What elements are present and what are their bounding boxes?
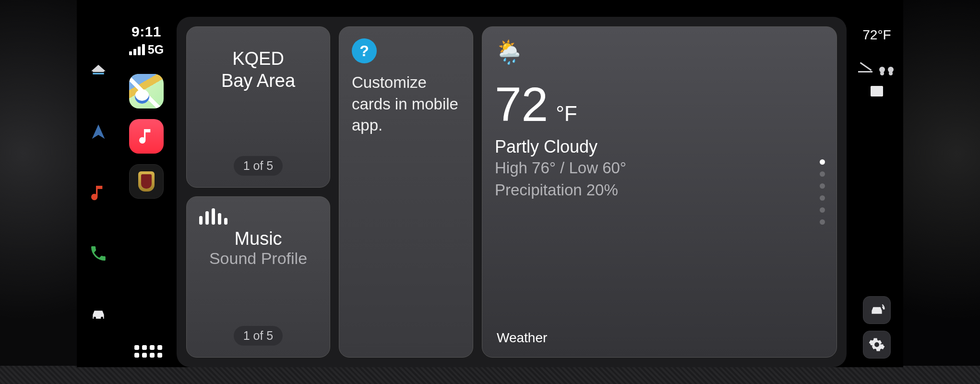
music-card-subtitle: Sound Profile	[199, 249, 317, 268]
status-time: 9:11	[131, 24, 161, 40]
dock-app-maps[interactable]	[129, 74, 164, 108]
status-network: 5G	[129, 43, 164, 57]
card-radio[interactable]: KQED Bay Area 1 of 5	[186, 26, 330, 188]
weather-attribution: Weather	[495, 330, 824, 346]
weather-condition-icon: 🌦️	[495, 38, 824, 66]
radio-station-name: KQED	[199, 48, 317, 70]
weather-page-dots[interactable]	[820, 159, 825, 225]
music-note-icon[interactable]	[87, 182, 109, 204]
dashboard-card-grid: KQED Bay Area 1 of 5 ? Customize cards i…	[177, 17, 847, 367]
car-icon[interactable]	[87, 303, 109, 325]
settings-button[interactable]	[863, 331, 891, 359]
dock-app-music[interactable]	[129, 119, 164, 154]
equalizer-icon	[199, 208, 317, 225]
passengers-icon	[879, 67, 896, 77]
right-status-column: 72°F	[850, 17, 903, 367]
phone-icon[interactable]	[87, 242, 109, 264]
app-grid-button[interactable]	[134, 345, 158, 358]
signal-bars-icon	[129, 44, 145, 55]
card-tips[interactable]: ? Customize cards in mobile app.	[339, 26, 473, 358]
home-icon[interactable]	[87, 61, 109, 83]
music-card-title: Music	[199, 228, 317, 249]
card-music-profile[interactable]: Music Sound Profile 1 of 5	[186, 196, 330, 358]
flag-icon	[871, 86, 883, 96]
infotainment-screen: 9:11 5G KQED Bay Area 1 of 5 ? Customi	[77, 17, 903, 367]
weather-hilo: High 76° / Low 60°	[495, 157, 824, 179]
svg-point-1	[94, 317, 96, 319]
dock-app-porsche[interactable]	[129, 164, 164, 199]
exterior-temp: 72°F	[862, 27, 891, 43]
help-icon: ?	[352, 38, 377, 63]
weather-precip: Precipitation 20%	[495, 179, 824, 201]
weather-condition-text: Partly Cloudy	[495, 137, 824, 157]
weather-temp-value: 72	[495, 80, 548, 128]
carplay-dock: 9:11 5G	[120, 17, 173, 367]
radio-station-region: Bay Area	[199, 70, 317, 92]
svg-point-2	[101, 317, 103, 319]
radio-page-counter: 1 of 5	[234, 156, 283, 176]
hardware-shortcut-column	[77, 17, 120, 367]
tips-text: Customize cards in mobile app.	[352, 72, 460, 136]
park-assist-button[interactable]	[863, 296, 891, 324]
card-weather[interactable]: 🌦️ 72 °F Partly Cloudy High 76° / Low 60…	[482, 26, 837, 358]
music-page-counter: 1 of 5	[234, 326, 283, 346]
weather-temp-unit: °F	[556, 103, 577, 124]
network-label: 5G	[148, 43, 164, 57]
svg-rect-0	[93, 73, 104, 74]
nav-arrow-icon[interactable]	[87, 121, 109, 144]
traffic-off-icon	[858, 67, 872, 77]
